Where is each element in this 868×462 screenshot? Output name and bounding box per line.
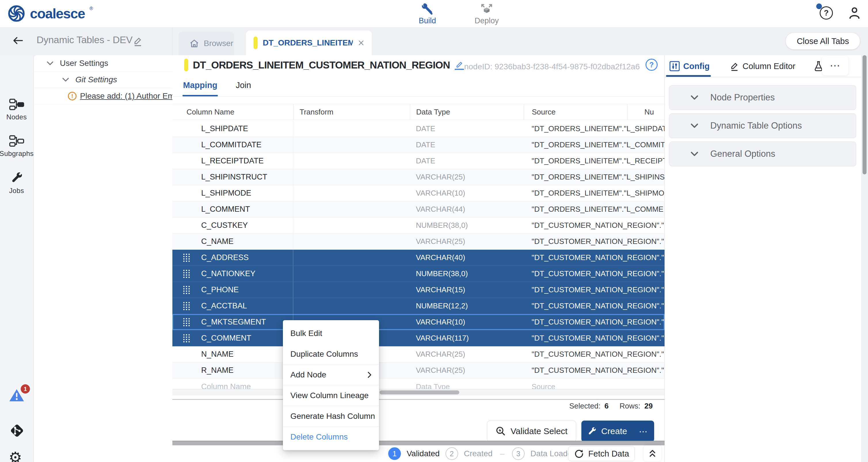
notification-dot [816,3,822,9]
data-type-cell: VARCHAR(10) [410,314,524,330]
git-icon[interactable] [9,423,25,438]
column-name-cell: R_NAME [173,362,293,378]
accordion-section[interactable]: Node Properties [669,85,856,110]
problems-indicator[interactable]: 1 [9,388,25,402]
drag-handle-icon[interactable] [183,253,190,262]
table-row[interactable]: L_COMMENT VARCHAR(44) "DT_ORDERS_LINEITE… [173,201,664,218]
context-menu-item[interactable]: Duplicate Columns [283,344,379,364]
editor-tabstrip: Browser DT_ORDERS_LINEITEM_C... Close Al… [173,28,868,55]
data-type-cell: VARCHAR(44) [410,201,524,217]
accordion-label: General Options [710,149,775,159]
tab-join[interactable]: Join [236,78,251,96]
nav-build[interactable]: Build [411,2,443,25]
tab-mapping[interactable]: Mapping [183,78,217,96]
table-row[interactable]: L_SHIPDATE DATE "DT_ORDERS_LINEITEM"."L_… [173,121,664,137]
fetch-data-button[interactable]: Fetch Data [568,446,635,461]
table-row[interactable]: C_PHONE VARCHAR(15) "DT_CUSTOMER_NATION_… [173,282,664,298]
create-button[interactable]: Create ⋯ [581,421,654,442]
context-menu-item[interactable]: Delete Columns [283,427,379,447]
drag-handle-icon[interactable] [183,269,190,278]
node-help-icon[interactable]: ? [646,59,658,71]
step-dash: – [500,449,504,458]
create-more-icon[interactable]: ⋯ [634,426,648,436]
nodes-icon [9,98,24,110]
column-name-cell: C_NAME [173,234,293,250]
user-icon[interactable] [848,6,861,20]
context-menu-item[interactable]: Add Node [283,364,379,385]
tree-item-git-settings[interactable]: Git Settings [34,72,173,88]
tab-node-editor-label: DT_ORDERS_LINEITEM_C... [263,38,353,47]
nav-deploy[interactable]: Deploy [471,2,502,25]
data-type-cell: VARCHAR(40) [410,250,524,266]
tree-item-git-warning[interactable]: ! Please add: (1) Author Em [34,88,173,104]
node-type-color-bar [184,59,188,71]
table-row[interactable]: C_NAME VARCHAR(25) "DT_CUSTOMER_NATION_R… [173,234,664,250]
table-row[interactable]: L_COMMITDATE DATE "DT_ORDERS_LINEITEM"."… [173,137,664,153]
drag-handle-icon[interactable] [183,301,190,311]
table-row[interactable]: L_RECEIPTDATE DATE "DT_ORDERS_LINEITEM".… [173,153,664,169]
collapse-panel-button[interactable] [644,445,661,461]
transform-cell [293,250,410,266]
tab-config-label: Config [683,62,710,71]
close-all-tabs-button[interactable]: Close All Tabs [786,33,860,50]
accordion-section[interactable]: Dynamic Table Options [669,113,856,138]
coalesce-logo[interactable]: coalesce ® [7,5,93,23]
back-arrow-icon[interactable] [13,36,24,45]
table-row[interactable]: C_CUSTKEY NUMBER(38,0) "DT_CUSTOMER_NATI… [173,218,664,234]
source-cell: "DT_ORDERS_LINEITEM"."L_COMME [524,201,664,217]
bottom-divider-bar[interactable] [173,441,664,445]
header-source[interactable]: Source [524,104,627,120]
context-menu-item-label: Bulk Edit [290,329,322,338]
header-column-name[interactable]: Column Name [173,104,293,120]
tree-item-user-settings[interactable]: User Settings [34,55,173,72]
tab-config[interactable]: Config [670,55,710,77]
table-row[interactable]: N_NAME VARCHAR(25) "DT_CUSTOMER_NATION_R… [173,346,664,362]
table-row[interactable]: R_NAME VARCHAR(25) "DT_CUSTOMER_NATION_R… [173,362,664,378]
rail-item-jobs[interactable]: Jobs [0,171,33,195]
horizontal-scrollbar[interactable] [173,389,664,395]
table-row[interactable]: C_MKTSEGMENT VARCHAR(10) "DT_CUSTOMER_NA… [173,314,664,330]
vertical-scrollbar-thumb[interactable] [863,55,867,174]
table-row[interactable]: C_ADDRESS VARCHAR(40) "DT_CUSTOMER_NATIO… [173,250,664,266]
context-menu-item[interactable]: Bulk Edit [283,323,379,344]
drag-handle-icon[interactable] [183,334,190,343]
column-name-cell: N_NAME [173,346,293,362]
rail-label: Nodes [6,113,27,121]
vertical-scrollbar[interactable] [861,28,868,462]
node-id: nodeID: 9236bab3-f238-4f54-9875-f02dba2f… [464,62,640,71]
data-type-cell: DATE [410,121,524,137]
tab-node-editor[interactable]: DT_ORDERS_LINEITEM_C... [246,31,372,55]
alert-count-badge: 1 [21,384,30,394]
help-button[interactable]: ? [820,6,833,20]
source-cell: "DT_CUSTOMER_NATION_REGION"." [524,218,664,233]
header-nullable[interactable]: Nu [627,104,664,120]
column-name-cell: L_COMMITDATE [173,137,293,153]
context-menu-item[interactable]: Generate Hash Column [283,406,379,427]
rail-item-subgraphs[interactable]: Subgraphs [0,135,33,158]
table-row[interactable]: C_ACCTBAL NUMBER(12,2) "DT_CUSTOMER_NATI… [173,298,664,314]
column-name-cell: L_SHIPMODE [173,185,293,201]
tree-warning-label: Please add: (1) Author Em [80,92,173,101]
close-icon[interactable] [358,39,364,46]
edit-node-name-icon[interactable] [455,60,464,70]
tab-browser[interactable]: Browser [179,32,234,55]
rail-item-nodes[interactable]: Nodes [0,98,33,121]
fetch-data-label: Fetch Data [588,449,629,459]
horizontal-scrollbar-thumb[interactable] [380,390,459,394]
edit-workspace-icon[interactable] [133,36,143,46]
accordion-section[interactable]: General Options [669,141,856,166]
panel-more-icon[interactable]: ⋯ [822,56,848,75]
drag-handle-icon[interactable] [183,285,190,295]
table-row[interactable]: C_COMMENT VARCHAR(117) "DT_CUSTOMER_NATI… [173,330,664,346]
tab-column-editor[interactable]: Column Editor [730,55,796,77]
table-row[interactable]: L_SHIPINSTRUCT VARCHAR(25) "DT_ORDERS_LI… [173,169,664,185]
drag-handle-icon[interactable] [183,318,190,327]
settings-gear-icon[interactable]: ⚙ [9,450,22,462]
header-data-type[interactable]: Data Type [410,104,524,120]
context-menu-item[interactable]: View Column Lineage [283,385,379,406]
table-row[interactable]: C_NATIONKEY NUMBER(38,0) "DT_CUSTOMER_NA… [173,266,664,282]
node-steps: 1 Validated 2 Created – 3 Data Loaded [388,445,577,462]
header-transform[interactable]: Transform [293,104,410,120]
validate-select-button[interactable]: Validate Select [487,421,576,442]
table-row[interactable]: L_SHIPMODE VARCHAR(10) "DT_ORDERS_LINEIT… [173,185,664,201]
